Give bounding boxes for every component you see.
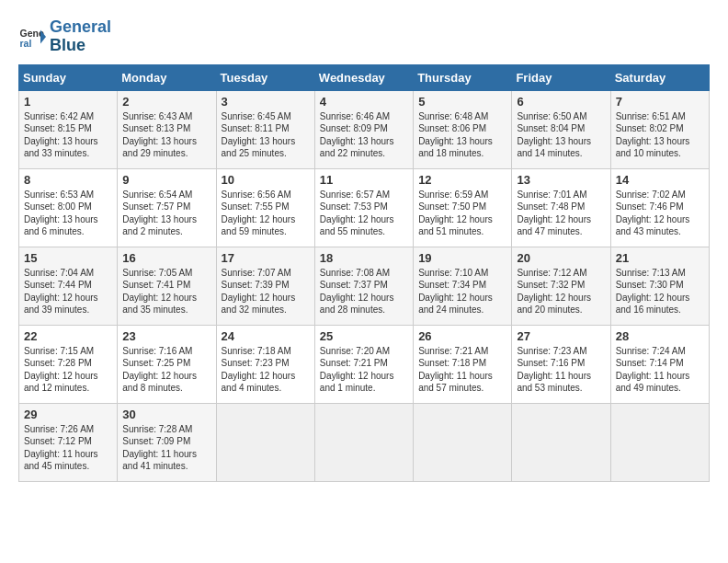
day-number: 29 — [24, 408, 112, 421]
calendar-cell: 27Sunrise: 7:23 AM Sunset: 7:16 PM Dayli… — [512, 325, 610, 403]
weekday-thursday: Thursday — [414, 64, 512, 90]
day-number: 21 — [616, 251, 704, 265]
calendar-cell: 26Sunrise: 7:21 AM Sunset: 7:18 PM Dayli… — [414, 325, 512, 403]
day-number: 9 — [122, 173, 210, 187]
calendar-cell — [314, 403, 413, 481]
calendar-cell: 21Sunrise: 7:13 AM Sunset: 7:30 PM Dayli… — [610, 247, 709, 325]
day-number: 4 — [320, 95, 408, 109]
page-header: Gene ral GeneralBlue — [18, 18, 710, 55]
day-number: 25 — [320, 329, 408, 343]
day-number: 10 — [222, 173, 310, 187]
calendar-cell: 11Sunrise: 6:57 AM Sunset: 7:53 PM Dayli… — [314, 168, 413, 247]
calendar-cell — [216, 403, 314, 481]
day-number: 19 — [418, 251, 506, 265]
day-number: 27 — [517, 329, 605, 343]
calendar-cell: 19Sunrise: 7:10 AM Sunset: 7:34 PM Dayli… — [414, 247, 512, 325]
day-number: 1 — [24, 95, 112, 109]
logo: Gene ral GeneralBlue — [18, 18, 111, 55]
day-info: Sunrise: 6:46 AM Sunset: 8:09 PM Dayligh… — [320, 110, 408, 160]
calendar-cell: 9Sunrise: 6:54 AM Sunset: 7:57 PM Daylig… — [118, 168, 216, 247]
calendar-cell: 16Sunrise: 7:05 AM Sunset: 7:41 PM Dayli… — [118, 247, 216, 325]
day-info: Sunrise: 7:02 AM Sunset: 7:46 PM Dayligh… — [616, 189, 704, 238]
day-info: Sunrise: 7:24 AM Sunset: 7:14 PM Dayligh… — [616, 345, 704, 395]
calendar-cell: 15Sunrise: 7:04 AM Sunset: 7:44 PM Dayli… — [19, 247, 118, 325]
logo-icon: Gene ral — [18, 23, 46, 51]
day-number: 16 — [122, 251, 210, 265]
calendar-cell: 6Sunrise: 6:50 AM Sunset: 8:04 PM Daylig… — [512, 90, 610, 168]
day-number: 8 — [24, 173, 112, 187]
day-info: Sunrise: 6:56 AM Sunset: 7:55 PM Dayligh… — [222, 189, 310, 238]
weekday-saturday: Saturday — [610, 64, 709, 90]
calendar-cell: 14Sunrise: 7:02 AM Sunset: 7:46 PM Dayli… — [610, 168, 709, 247]
day-info: Sunrise: 7:04 AM Sunset: 7:44 PM Dayligh… — [24, 267, 112, 316]
calendar-cell: 2Sunrise: 6:43 AM Sunset: 8:13 PM Daylig… — [118, 90, 216, 168]
weekday-friday: Friday — [512, 64, 610, 90]
day-number: 26 — [418, 329, 506, 343]
calendar-cell: 24Sunrise: 7:18 AM Sunset: 7:23 PM Dayli… — [216, 325, 314, 403]
day-info: Sunrise: 7:15 AM Sunset: 7:28 PM Dayligh… — [24, 345, 112, 395]
day-number: 14 — [616, 173, 704, 187]
day-info: Sunrise: 7:23 AM Sunset: 7:16 PM Dayligh… — [517, 345, 605, 395]
day-info: Sunrise: 7:26 AM Sunset: 7:12 PM Dayligh… — [24, 423, 112, 473]
day-info: Sunrise: 7:08 AM Sunset: 7:37 PM Dayligh… — [320, 267, 408, 316]
day-info: Sunrise: 7:01 AM Sunset: 7:48 PM Dayligh… — [517, 189, 605, 238]
day-number: 18 — [320, 251, 408, 265]
calendar-cell: 4Sunrise: 6:46 AM Sunset: 8:09 PM Daylig… — [314, 90, 413, 168]
calendar-week-1: 1Sunrise: 6:42 AM Sunset: 8:15 PM Daylig… — [19, 90, 710, 168]
day-number: 3 — [222, 95, 310, 109]
day-number: 2 — [122, 95, 210, 109]
calendar-cell: 29Sunrise: 7:26 AM Sunset: 7:12 PM Dayli… — [19, 403, 118, 481]
calendar-cell: 18Sunrise: 7:08 AM Sunset: 7:37 PM Dayli… — [314, 247, 413, 325]
day-info: Sunrise: 7:07 AM Sunset: 7:39 PM Dayligh… — [222, 267, 310, 316]
day-number: 12 — [418, 173, 506, 187]
day-info: Sunrise: 6:42 AM Sunset: 8:15 PM Dayligh… — [24, 110, 112, 160]
day-info: Sunrise: 6:50 AM Sunset: 8:04 PM Dayligh… — [517, 110, 605, 160]
calendar-week-5: 29Sunrise: 7:26 AM Sunset: 7:12 PM Dayli… — [19, 403, 710, 481]
day-info: Sunrise: 7:05 AM Sunset: 7:41 PM Dayligh… — [122, 267, 210, 316]
day-info: Sunrise: 6:45 AM Sunset: 8:11 PM Dayligh… — [222, 110, 310, 160]
weekday-header-row: SundayMondayTuesdayWednesdayThursdayFrid… — [19, 64, 710, 90]
svg-text:ral: ral — [20, 37, 32, 48]
calendar-cell: 3Sunrise: 6:45 AM Sunset: 8:11 PM Daylig… — [216, 90, 314, 168]
day-number: 7 — [616, 95, 704, 109]
calendar-cell — [512, 403, 610, 481]
day-number: 11 — [320, 173, 408, 187]
day-info: Sunrise: 6:54 AM Sunset: 7:57 PM Dayligh… — [122, 189, 210, 238]
calendar-cell: 10Sunrise: 6:56 AM Sunset: 7:55 PM Dayli… — [216, 168, 314, 247]
day-number: 17 — [222, 251, 310, 265]
calendar-cell: 1Sunrise: 6:42 AM Sunset: 8:15 PM Daylig… — [19, 90, 118, 168]
weekday-wednesday: Wednesday — [314, 64, 413, 90]
day-info: Sunrise: 6:53 AM Sunset: 8:00 PM Dayligh… — [24, 189, 112, 238]
calendar-cell: 17Sunrise: 7:07 AM Sunset: 7:39 PM Dayli… — [216, 247, 314, 325]
logo-text: GeneralBlue — [50, 18, 111, 55]
day-number: 20 — [517, 251, 605, 265]
weekday-sunday: Sunday — [19, 64, 118, 90]
day-info: Sunrise: 7:16 AM Sunset: 7:25 PM Dayligh… — [122, 345, 210, 395]
day-number: 13 — [517, 173, 605, 187]
calendar-cell: 7Sunrise: 6:51 AM Sunset: 8:02 PM Daylig… — [610, 90, 709, 168]
weekday-tuesday: Tuesday — [216, 64, 314, 90]
day-number: 23 — [122, 329, 210, 343]
calendar-cell: 22Sunrise: 7:15 AM Sunset: 7:28 PM Dayli… — [19, 325, 118, 403]
day-number: 28 — [616, 329, 704, 343]
calendar-cell — [414, 403, 512, 481]
day-info: Sunrise: 7:28 AM Sunset: 7:09 PM Dayligh… — [122, 423, 210, 473]
calendar-cell — [610, 403, 709, 481]
calendar-cell: 20Sunrise: 7:12 AM Sunset: 7:32 PM Dayli… — [512, 247, 610, 325]
day-info: Sunrise: 7:18 AM Sunset: 7:23 PM Dayligh… — [222, 345, 310, 395]
weekday-monday: Monday — [118, 64, 216, 90]
day-info: Sunrise: 6:57 AM Sunset: 7:53 PM Dayligh… — [320, 189, 408, 238]
day-number: 5 — [418, 95, 506, 109]
calendar-cell: 5Sunrise: 6:48 AM Sunset: 8:06 PM Daylig… — [414, 90, 512, 168]
day-info: Sunrise: 6:43 AM Sunset: 8:13 PM Dayligh… — [122, 110, 210, 160]
day-number: 15 — [24, 251, 112, 265]
day-number: 22 — [24, 329, 112, 343]
calendar-week-2: 8Sunrise: 6:53 AM Sunset: 8:00 PM Daylig… — [19, 168, 710, 247]
day-info: Sunrise: 6:51 AM Sunset: 8:02 PM Dayligh… — [616, 110, 704, 160]
calendar-cell: 25Sunrise: 7:20 AM Sunset: 7:21 PM Dayli… — [314, 325, 413, 403]
day-info: Sunrise: 6:48 AM Sunset: 8:06 PM Dayligh… — [418, 110, 506, 160]
day-number: 24 — [222, 329, 310, 343]
calendar-cell: 8Sunrise: 6:53 AM Sunset: 8:00 PM Daylig… — [19, 168, 118, 247]
day-info: Sunrise: 7:12 AM Sunset: 7:32 PM Dayligh… — [517, 267, 605, 316]
day-number: 30 — [122, 408, 210, 421]
